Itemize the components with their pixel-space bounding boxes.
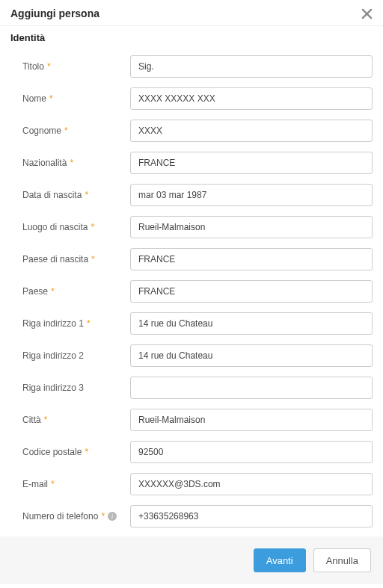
label-text-cap: Codice postale	[22, 447, 82, 457]
label-email: E-mail *	[10, 479, 130, 489]
label-citta: Città *	[10, 415, 130, 425]
riga3-input[interactable]	[130, 377, 373, 399]
label-text-telefono: Numero di telefono	[22, 511, 98, 522]
required-marker: *	[70, 158, 73, 168]
label-titolo: Titolo *	[10, 61, 130, 72]
dialog-title: Aggiungi persona	[10, 7, 99, 19]
riga2-input[interactable]	[130, 344, 373, 367]
dialog-footer: Avanti Annulla	[0, 536, 383, 584]
paese-input[interactable]	[130, 280, 373, 303]
close-icon[interactable]	[361, 8, 373, 19]
annulla-button[interactable]: Annulla	[313, 548, 371, 572]
info-icon[interactable]: i	[108, 512, 117, 521]
required-marker: *	[51, 286, 55, 297]
label-nazionalita: Nazionalità *	[10, 158, 130, 168]
label-riga3: Riga indirizzo 3	[10, 383, 130, 393]
label-text-citta: Città	[22, 415, 41, 425]
avanti-button[interactable]: Avanti	[254, 548, 306, 572]
label-telefono: Numero di telefono * i	[10, 511, 130, 522]
luogo-nascita-input[interactable]	[130, 216, 373, 238]
label-text-nome: Nome	[22, 93, 46, 104]
paese-nascita-input[interactable]	[130, 248, 373, 270]
section-title-identita: Identità	[0, 26, 383, 48]
required-marker: *	[91, 254, 95, 264]
required-marker: *	[91, 222, 94, 232]
label-data-nascita: Data di nascita *	[10, 190, 130, 200]
label-cognome: Cognome *	[10, 126, 130, 136]
required-marker: *	[85, 190, 88, 200]
required-marker: *	[85, 447, 88, 457]
label-text-titolo: Titolo	[22, 61, 44, 72]
required-marker: *	[49, 93, 53, 104]
label-text-nazionalita: Nazionalità	[22, 158, 67, 168]
label-text-paese: Paese	[22, 286, 48, 297]
nome-input[interactable]	[130, 87, 373, 110]
label-text-riga1: Riga indirizzo 1	[22, 318, 84, 329]
required-marker: *	[101, 511, 105, 522]
label-text-email: E-mail	[22, 479, 48, 489]
citta-input[interactable]	[130, 409, 373, 431]
required-marker: *	[47, 61, 51, 72]
nazionalita-input[interactable]	[130, 152, 373, 174]
form-body: Titolo * Nome * Cognome * Nazionalità *	[0, 55, 383, 536]
label-text-data-nascita: Data di nascita	[22, 190, 82, 200]
label-paese: Paese *	[10, 286, 130, 297]
required-marker: *	[64, 126, 68, 136]
label-text-luogo-nascita: Luogo di nascita	[22, 222, 88, 232]
label-text-cognome: Cognome	[22, 126, 61, 136]
riga1-input[interactable]	[130, 312, 373, 335]
dialog-header: Aggiungi persona	[0, 0, 383, 25]
label-riga1: Riga indirizzo 1 *	[10, 318, 130, 329]
label-text-riga2: Riga indirizzo 2	[22, 350, 84, 361]
required-marker: *	[51, 479, 55, 489]
data-nascita-input[interactable]	[130, 184, 373, 206]
cap-input[interactable]	[130, 441, 373, 463]
label-riga2: Riga indirizzo 2	[10, 350, 130, 361]
label-text-riga3: Riga indirizzo 3	[22, 383, 84, 393]
email-input[interactable]	[130, 473, 373, 495]
label-cap: Codice postale *	[10, 447, 130, 457]
cognome-input[interactable]	[130, 120, 373, 142]
required-marker: *	[87, 318, 91, 329]
required-marker: *	[44, 415, 48, 425]
label-nome: Nome *	[10, 93, 130, 104]
label-paese-nascita: Paese di nascita *	[10, 254, 130, 264]
label-text-paese-nascita: Paese di nascita	[22, 254, 88, 264]
telefono-input[interactable]	[130, 505, 373, 527]
titolo-input[interactable]	[130, 55, 373, 78]
label-luogo-nascita: Luogo di nascita *	[10, 222, 130, 232]
